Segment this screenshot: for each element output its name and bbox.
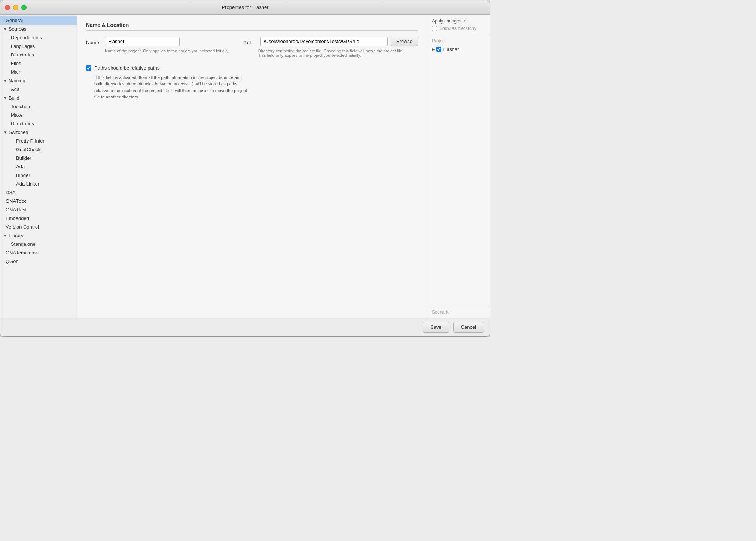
name-input[interactable] [105,37,180,46]
sidebar-item-toolchain[interactable]: Toolchain [0,102,77,111]
relative-paths-description: If this field is activated, then all the… [94,74,252,100]
main-content-area: Name & Location Name Name of the project… [77,15,427,318]
sidebar-item-binder[interactable]: Binder [0,171,77,180]
titlebar: Properties for Flasher [0,0,490,15]
window-content: General ▼ Sources Dependencies Languages… [0,15,490,318]
sidebar-item-gnat-emulator[interactable]: GNATemulator [0,248,77,257]
scenario-label: Scenario [432,309,485,315]
sidebar-item-dsa[interactable]: DSA [0,188,77,197]
path-input[interactable] [260,37,388,46]
show-hierarchy-row: Show as hierarchy [432,26,485,31]
maximize-button[interactable] [21,5,27,10]
sidebar-item-gnatdoc[interactable]: GNATdoc [0,197,77,205]
traffic-lights [5,5,27,10]
main-panel: Name & Location Name Name of the project… [77,15,427,318]
sidebar-item-make[interactable]: Make [0,111,77,119]
tree-item-flasher: ▶ Flasher [432,46,485,53]
switches-arrow: ▼ [3,130,7,134]
section-title: Name & Location [86,22,418,31]
show-hierarchy-checkbox[interactable] [432,26,437,31]
right-panel: Apply changes to: Show as hierarchy Proj… [427,15,490,318]
apply-changes-section: Apply changes to: Show as hierarchy [427,15,490,35]
name-path-row: Name Name of the project. Only applies t… [86,37,418,58]
relative-paths-row: Paths should be relative paths [86,65,418,71]
relative-paths-checkbox[interactable] [86,65,91,71]
name-hint: Name of the project. Only applies to the… [105,49,229,53]
library-arrow: ▼ [3,233,7,238]
project-tree-section: Project ▶ Flasher [427,35,490,306]
sidebar-item-files[interactable]: Files [0,59,77,68]
name-label: Name [86,38,101,45]
sidebar-item-embedded[interactable]: Embedded [0,214,77,223]
browse-button[interactable]: Browse [391,37,418,46]
sidebar-item-main[interactable]: Main [0,68,77,76]
flasher-tree-label: Flasher [443,46,459,52]
main-window: Properties for Flasher General ▼ Sources… [0,0,490,337]
project-label: Project [432,38,485,43]
sidebar-item-naming[interactable]: ▼ Naming [0,76,77,85]
sidebar-item-gnatcheck[interactable]: GnatCheck [0,145,77,154]
window-title: Properties for Flasher [222,4,269,10]
sidebar-item-version-control[interactable]: Version Control [0,223,77,231]
footer: Save Cancel [0,318,490,336]
sources-arrow: ▼ [3,27,7,31]
cancel-button[interactable]: Cancel [453,322,484,333]
sidebar-item-general[interactable]: General [0,16,77,25]
apply-changes-label: Apply changes to: [432,18,485,24]
sidebar-item-naming-ada[interactable]: Ada [0,85,77,94]
minimize-button[interactable] [13,5,18,10]
sidebar-item-build-directories[interactable]: Directories [0,119,77,128]
path-hint: Directory containing the project file. C… [258,49,408,58]
sidebar-item-qgen[interactable]: QGen [0,257,77,266]
sidebar-item-sources[interactable]: ▼ Sources [0,25,77,33]
sidebar-item-switches-ada[interactable]: Ada [0,162,77,171]
path-label: Path [243,38,257,45]
sidebar-item-directories[interactable]: Directories [0,51,77,59]
sidebar-item-dependencies[interactable]: Dependencies [0,33,77,42]
sidebar-item-library[interactable]: ▼ Library [0,231,77,240]
sidebar-item-build[interactable]: ▼ Build [0,94,77,102]
close-button[interactable] [5,5,10,10]
sidebar-item-languages[interactable]: Languages [0,42,77,51]
sidebar-item-switches[interactable]: ▼ Switches [0,128,77,137]
sidebar-item-ada-linker[interactable]: Ada Linker [0,180,77,188]
sidebar-item-pretty-printer[interactable]: Pretty Printer [0,137,77,145]
show-hierarchy-label: Show as hierarchy [439,26,476,31]
scenario-section: Scenario [427,306,490,318]
build-arrow: ▼ [3,96,7,100]
save-button[interactable]: Save [423,322,449,333]
naming-arrow: ▼ [3,79,7,83]
relative-paths-label: Paths should be relative paths [94,65,159,71]
sidebar-item-gnattest[interactable]: GNATtest [0,205,77,214]
sidebar: General ▼ Sources Dependencies Languages… [0,15,77,318]
sidebar-item-standalone[interactable]: Standalone [0,240,77,248]
tree-arrow: ▶ [432,47,435,51]
flasher-tree-checkbox[interactable] [436,47,441,52]
sidebar-item-builder[interactable]: Builder [0,154,77,162]
